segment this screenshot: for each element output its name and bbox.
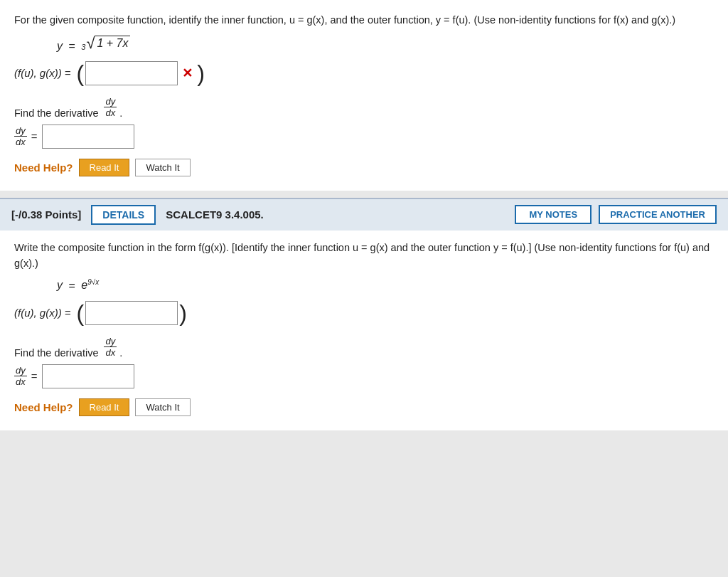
watch-it-button-2[interactable]: Watch It: [135, 398, 190, 416]
dy-dx-input-row-2: dy dx =: [14, 364, 714, 388]
details-button[interactable]: DETAILS: [91, 205, 156, 225]
y-var-2: y: [57, 280, 63, 292]
open-paren-2: (: [77, 302, 85, 324]
equals-sign: =: [68, 40, 75, 52]
e-base: e: [81, 280, 87, 292]
problem-id: SCALCET9 3.4.005.: [166, 208, 505, 221]
find-deriv-text-2: Find the derivative: [14, 347, 98, 359]
equals-dy-dx-2: =: [31, 370, 38, 382]
fg-label: (f(u), g(x)) =: [14, 67, 71, 79]
header-right-buttons: MY NOTES PRACTICE ANOTHER: [515, 205, 717, 224]
fg-label-2: (f(u), g(x)) =: [14, 307, 71, 319]
period: .: [119, 107, 122, 119]
read-it-button-2[interactable]: Read It: [79, 398, 130, 416]
watch-it-button[interactable]: Watch It: [135, 159, 190, 176]
need-help-row: Need Help? Read It Watch It: [14, 159, 714, 176]
deriv-fraction-2: dy dx: [104, 335, 117, 359]
dy-dx-input-row: dy dx =: [14, 125, 714, 149]
problem-2-formula: y = e9√x: [57, 278, 714, 292]
deriv-fraction: dy dx: [104, 95, 117, 119]
problem-2-section: Write the composite function in the form…: [0, 231, 728, 430]
dy-numerator-2: dy: [104, 336, 117, 348]
open-paren: (: [77, 62, 85, 85]
period-2: .: [119, 347, 122, 359]
fg-input-2[interactable]: [85, 301, 178, 325]
problem-2-instruction: Write the composite function in the form…: [14, 240, 714, 272]
need-help-label-2: Need Help?: [14, 401, 73, 413]
dy-dx-side-fraction-2: dy dx: [14, 365, 27, 388]
sqrt-x: √x: [92, 278, 100, 286]
points-label: [-/0.38 Points]: [11, 208, 81, 221]
cube-root-expression: 3 √ 1 + 7x: [81, 36, 130, 51]
radical-index: 3: [81, 43, 85, 51]
find-derivative-label-2: Find the derivative dy dx .: [14, 335, 714, 359]
dx-den: dx: [14, 137, 27, 148]
fg-input-1[interactable]: [85, 61, 178, 85]
dy-dx-input[interactable]: [42, 125, 134, 149]
dy-num-2: dy: [14, 365, 27, 377]
fg-answer-row: (f(u), g(x)) = ( ✕ ): [14, 61, 714, 85]
practice-another-button[interactable]: PRACTICE ANOTHER: [599, 205, 717, 224]
read-it-button[interactable]: Read It: [79, 159, 130, 176]
my-notes-button[interactable]: MY NOTES: [515, 205, 592, 224]
dx-denominator-2: dx: [104, 347, 117, 359]
find-derivative-label: Find the derivative dy dx .: [14, 95, 714, 119]
problem-2-header: [-/0.38 Points] DETAILS SCALCET9 3.4.005…: [0, 198, 728, 231]
dy-num: dy: [14, 125, 27, 137]
problem-1-formula: y = 3 √ 1 + 7x: [57, 36, 714, 53]
dx-den-2: dx: [14, 376, 27, 388]
x-mark-icon: ✕: [182, 65, 193, 81]
radical-symbol: √: [86, 36, 95, 51]
dy-dx-fraction: dy dx: [104, 96, 117, 119]
problem-1-section: For the given composite function, identi…: [0, 0, 728, 191]
need-help-row-2: Need Help? Read It Watch It: [14, 398, 714, 416]
equals-sign-2: =: [68, 280, 75, 292]
dx-denominator: dx: [104, 107, 117, 119]
y-var: y: [57, 40, 63, 52]
dy-dx-fraction-2: dy dx: [104, 336, 117, 359]
dy-dx-side-fraction: dy dx: [14, 125, 27, 148]
radicand: 1 + 7x: [95, 36, 130, 51]
problem-1-instruction: For the given composite function, identi…: [14, 13, 714, 28]
close-paren: ): [197, 62, 205, 85]
equals-dy-dx: =: [31, 130, 38, 142]
need-help-label: Need Help?: [14, 162, 73, 174]
exponent: 9√x: [87, 278, 99, 286]
dy-numerator: dy: [104, 96, 117, 108]
paren-input-group: ( ✕ ): [77, 61, 205, 85]
close-paren-2: ): [179, 302, 187, 324]
paren-input-group-2: ( ): [77, 301, 187, 325]
fg-answer-row-2: (f(u), g(x)) = ( ): [14, 301, 714, 325]
dy-dx-input-2[interactable]: [42, 364, 134, 388]
find-deriv-text: Find the derivative: [14, 107, 98, 119]
